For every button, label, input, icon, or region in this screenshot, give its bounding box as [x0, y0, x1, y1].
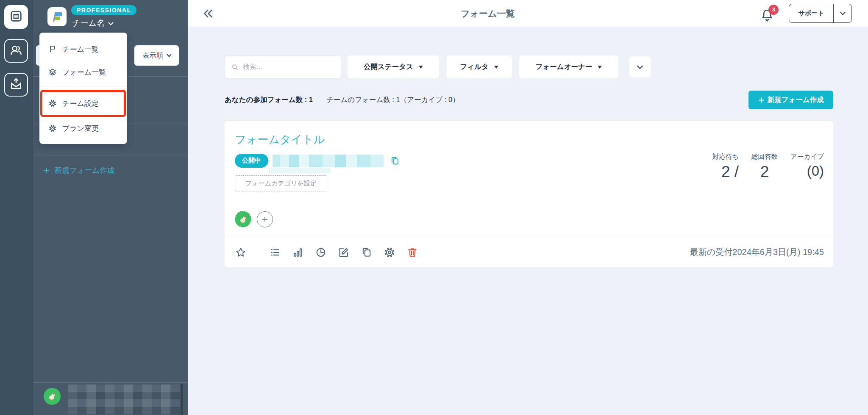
chevron-down-icon — [840, 10, 846, 15]
latest-submission-date: 最新の受付2024年6月3日(月) 19:45 — [690, 237, 824, 267]
plan-badge: PROFESSIONAL — [71, 5, 136, 15]
menu-item-team-list[interactable]: チーム一覧 — [39, 38, 127, 61]
clock-icon[interactable] — [315, 246, 327, 258]
stat-archive: アーカイブ (0) — [790, 152, 824, 181]
sidebar-divider — [33, 382, 188, 383]
main-area: フォーム一覧 3 サポート 公開ステータス — [188, 0, 868, 415]
rail-forms-button[interactable] — [4, 5, 28, 29]
member-avatar[interactable] — [235, 211, 251, 227]
participating-forms-count: あなたの参加フォーム数 : 1 — [225, 95, 313, 105]
gear-icon[interactable] — [384, 246, 395, 258]
menu-item-label: フォーム一覧 — [62, 67, 106, 77]
more-filters-button[interactable] — [629, 56, 651, 77]
form-title-link[interactable]: フォームタイトル — [225, 121, 335, 147]
plus-icon — [261, 216, 269, 223]
caret-down-icon — [494, 66, 498, 69]
gear-icon — [48, 124, 57, 133]
status-badge: 公開中 — [235, 154, 268, 168]
support-menu-button[interactable] — [834, 4, 851, 22]
stat-total-responses: 総回答数 2 — [751, 152, 778, 181]
duplicate-icon[interactable] — [361, 246, 373, 258]
collapse-sidebar-button[interactable] — [202, 7, 215, 20]
redacted-form-url — [273, 155, 384, 167]
team-forms-count: チームのフォーム数 : 1（アーカイブ : 0） — [326, 95, 459, 105]
filter-dropdown[interactable]: フィルタ — [446, 55, 512, 78]
layers-icon — [48, 68, 57, 76]
gear-icon — [48, 99, 57, 108]
notification-count-badge: 3 — [768, 5, 779, 15]
team-dropdown-menu: チーム一覧 フォーム一覧 チーム設定 プラン変更 — [39, 33, 127, 144]
form-owner-filter[interactable]: フォームオーナー — [519, 55, 618, 78]
add-member-button[interactable] — [257, 211, 273, 227]
filter-label: 公開ステータス — [364, 62, 413, 72]
form-stats: 対応待ち 2 / 総回答数 2 アーカイブ (0) — [712, 152, 824, 181]
topbar: フォーム一覧 3 サポート — [188, 0, 868, 27]
copy-icon — [390, 156, 400, 166]
copy-url-button[interactable] — [390, 156, 400, 166]
redacted-username — [68, 385, 180, 414]
summary-row: あなたの参加フォーム数 : 1 チームのフォーム数 : 1（アーカイブ : 0）… — [225, 91, 833, 109]
menu-item-change-plan[interactable]: プラン変更 — [39, 117, 127, 140]
user-avatar[interactable] — [44, 388, 61, 405]
support-button[interactable]: サポート — [789, 4, 833, 22]
team-name-label: チーム名 — [72, 18, 105, 29]
publish-status-filter[interactable]: 公開ステータス — [348, 55, 439, 78]
stat-label: アーカイブ — [790, 152, 824, 161]
list-icon[interactable] — [269, 246, 281, 258]
chevron-down-icon — [167, 52, 171, 57]
search-input[interactable] — [243, 63, 335, 71]
flag-icon — [48, 45, 57, 53]
stat-label: 対応待ち — [712, 152, 739, 161]
filter-row: 公開ステータス フィルタ フォームオーナー — [225, 55, 833, 78]
menu-item-label: チーム設定 — [62, 99, 99, 108]
stat-label: 総回答数 — [751, 152, 778, 161]
support-split-button: サポート — [789, 4, 852, 23]
team-name-menu-trigger[interactable]: チーム名 — [72, 18, 113, 29]
toolbar-divider — [258, 246, 258, 259]
chevron-down-icon — [108, 20, 114, 25]
menu-divider — [39, 86, 127, 86]
create-form-button[interactable]: 新規フォーム作成 — [748, 91, 833, 109]
chicken-avatar-icon — [47, 391, 57, 401]
caret-down-icon — [419, 66, 423, 69]
sidebar-scrollbar[interactable] — [181, 384, 183, 415]
sidebar-divider — [33, 155, 188, 155]
rail-members-button[interactable] — [4, 39, 28, 63]
create-form-label: 新規フォーム作成 — [767, 95, 823, 105]
rail-submissions-button[interactable] — [4, 73, 28, 97]
chicken-avatar-icon — [238, 214, 248, 224]
edit-icon[interactable] — [338, 246, 350, 258]
trash-icon[interactable] — [406, 246, 418, 258]
formrun-logo[interactable] — [47, 7, 67, 26]
member-row — [235, 211, 833, 227]
card-toolbar — [235, 237, 418, 267]
menu-item-label: チーム一覧 — [62, 44, 99, 54]
star-icon[interactable] — [235, 246, 247, 258]
plus-icon — [758, 97, 765, 104]
content-area: 公開ステータス フィルタ フォームオーナー あなたの参加フォーム数 : 1 チー… — [188, 27, 868, 415]
stat-value: 2 — [760, 163, 769, 181]
double-chevron-left-icon — [202, 7, 214, 20]
plus-icon — [42, 166, 50, 174]
form-card: フォームタイトル 公開中 フォームカテゴリを設定 — [225, 121, 833, 267]
search-box — [225, 55, 341, 78]
flag-logo-icon — [51, 11, 64, 23]
menu-item-label: プラン変更 — [62, 124, 99, 133]
set-category-button[interactable]: フォームカテゴリを設定 — [235, 175, 327, 191]
stat-value: (0) — [807, 163, 824, 179]
notifications-button[interactable]: 3 — [760, 5, 776, 22]
page-title: フォーム一覧 — [215, 8, 760, 19]
stat-waiting: 対応待ち 2 / — [712, 152, 739, 181]
chevron-down-icon — [637, 63, 643, 69]
inbox-upload-icon — [9, 77, 23, 92]
menu-item-form-list[interactable]: フォーム一覧 — [39, 61, 127, 83]
menu-item-team-settings[interactable]: チーム設定 — [40, 90, 126, 117]
icon-rail — [0, 0, 33, 415]
sort-order-button[interactable]: 表示順 — [134, 45, 179, 66]
sidebar-new-form-link[interactable]: 新規フォーム作成 — [42, 165, 114, 175]
caret-down-icon — [598, 66, 602, 69]
sort-order-label: 表示順 — [143, 51, 163, 60]
app-window: PROFESSIONAL チーム名 表示順 新規フォーム作成 — [0, 0, 868, 415]
bar-chart-icon[interactable] — [292, 246, 304, 258]
filter-label: フォームオーナー — [536, 62, 593, 72]
